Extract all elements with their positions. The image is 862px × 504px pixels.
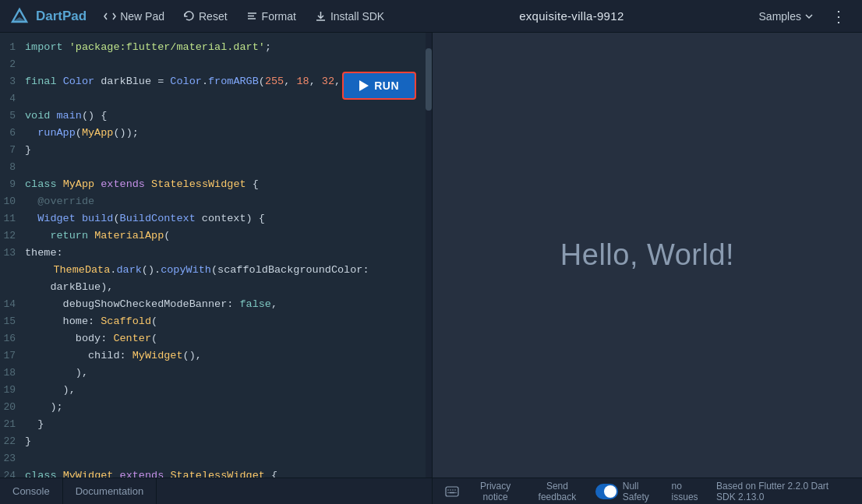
logo-text: DartPad bbox=[36, 9, 87, 24]
chevron-down-icon bbox=[804, 12, 814, 21]
code-line: 16 body: Center( bbox=[0, 330, 432, 347]
keyboard-button[interactable] bbox=[445, 486, 459, 497]
code-line: 14 debugShowCheckedModeBanner: false, bbox=[0, 296, 432, 313]
keyboard-icon bbox=[445, 486, 459, 497]
reset-label: Reset bbox=[199, 10, 228, 23]
more-icon: ⋮ bbox=[831, 8, 846, 25]
svg-marker-6 bbox=[359, 80, 369, 91]
code-line: 17 child: MyWidget(), bbox=[0, 347, 432, 365]
format-button[interactable]: Format bbox=[238, 6, 304, 26]
code-line: 2 bbox=[0, 56, 432, 73]
install-sdk-button[interactable]: Install SDK bbox=[307, 6, 392, 26]
logo-area: DartPad bbox=[9, 6, 87, 26]
code-line: 6 runApp(MyApp()); bbox=[0, 125, 432, 142]
code-line: 20 ); bbox=[0, 399, 432, 416]
bottom-bar: Console Documentation Privacy notice Sen… bbox=[0, 478, 862, 504]
console-tab-label: Console bbox=[12, 485, 50, 497]
run-label: RUN bbox=[374, 79, 399, 92]
preview-output: Hello, World! bbox=[560, 238, 734, 272]
main-content: RUN 1 import 'package:flutter/material.d… bbox=[0, 33, 862, 478]
install-sdk-label: Install SDK bbox=[330, 10, 384, 23]
new-pad-label: New Pad bbox=[120, 10, 164, 23]
toggle-knob bbox=[604, 485, 616, 498]
bottom-status: Privacy notice Send feedback Null Safety… bbox=[433, 481, 862, 502]
download-icon bbox=[315, 10, 327, 22]
feedback-label: Send feedback bbox=[539, 481, 577, 502]
editor-panel: RUN 1 import 'package:flutter/material.d… bbox=[0, 33, 433, 478]
issues-status: no issues bbox=[672, 481, 705, 502]
header-right: Samples ⋮ bbox=[751, 5, 853, 27]
code-line: 7 } bbox=[0, 142, 432, 159]
code-line: 23 bbox=[0, 450, 432, 467]
code-icon bbox=[104, 10, 116, 23]
preview-panel: Hello, World! bbox=[433, 33, 862, 478]
header: DartPad New Pad Reset Format Install SDK… bbox=[0, 0, 862, 33]
reset-icon bbox=[183, 10, 195, 22]
scrollbar-thumb[interactable] bbox=[426, 48, 432, 111]
code-line: 1 import 'package:flutter/material.dart'… bbox=[0, 39, 432, 56]
bottom-tabs: Console Documentation bbox=[0, 478, 433, 504]
documentation-tab-label: Documentation bbox=[76, 485, 143, 497]
format-icon bbox=[246, 10, 258, 22]
privacy-label: Privacy notice bbox=[480, 481, 510, 502]
code-line: 18 ), bbox=[0, 365, 432, 382]
format-label: Format bbox=[262, 10, 296, 23]
privacy-button[interactable]: Privacy notice bbox=[472, 481, 519, 502]
null-safety-toggle-area: Null Safety bbox=[595, 481, 659, 502]
code-line: 8 bbox=[0, 159, 432, 176]
code-line: 11 Widget build(BuildContext context) { bbox=[0, 210, 432, 227]
feedback-button[interactable]: Send feedback bbox=[532, 481, 583, 502]
code-line: 19 ), bbox=[0, 382, 432, 399]
code-line: 13 theme: ThemeData.dark().copyWith(scaf… bbox=[0, 245, 432, 296]
samples-label: Samples bbox=[759, 10, 801, 23]
code-line: 22 } bbox=[0, 433, 432, 450]
code-line: 21 } bbox=[0, 416, 432, 433]
header-center: exquisite-villa-9912 bbox=[395, 9, 747, 23]
code-line: 24 class MyWidget extends StatelessWidge… bbox=[0, 467, 432, 478]
more-options-button[interactable]: ⋮ bbox=[825, 5, 853, 27]
new-pad-button[interactable]: New Pad bbox=[96, 6, 172, 26]
svg-rect-7 bbox=[446, 487, 458, 496]
null-safety-label: Null Safety bbox=[623, 481, 659, 502]
documentation-tab[interactable]: Documentation bbox=[63, 478, 157, 504]
sdk-version-text: Based on Flutter 2.2.0 Dart SDK 2.13.0 bbox=[716, 481, 850, 502]
run-button[interactable]: RUN bbox=[342, 72, 416, 100]
code-line: 12 return MaterialApp( bbox=[0, 227, 432, 245]
code-line: 15 home: Scaffold( bbox=[0, 313, 432, 330]
dartpad-logo-icon bbox=[9, 6, 30, 26]
code-line: 5 void main() { bbox=[0, 107, 432, 125]
editor-scrollbar[interactable] bbox=[426, 33, 432, 478]
samples-button[interactable]: Samples bbox=[751, 6, 821, 26]
play-icon bbox=[359, 80, 369, 91]
null-safety-toggle[interactable] bbox=[595, 484, 618, 499]
reset-button[interactable]: Reset bbox=[175, 6, 235, 26]
pad-name: exquisite-villa-9912 bbox=[519, 9, 624, 23]
console-tab[interactable]: Console bbox=[0, 478, 63, 504]
code-line: 10 @override bbox=[0, 193, 432, 210]
code-line: 9 class MyApp extends StatelessWidget { bbox=[0, 176, 432, 193]
